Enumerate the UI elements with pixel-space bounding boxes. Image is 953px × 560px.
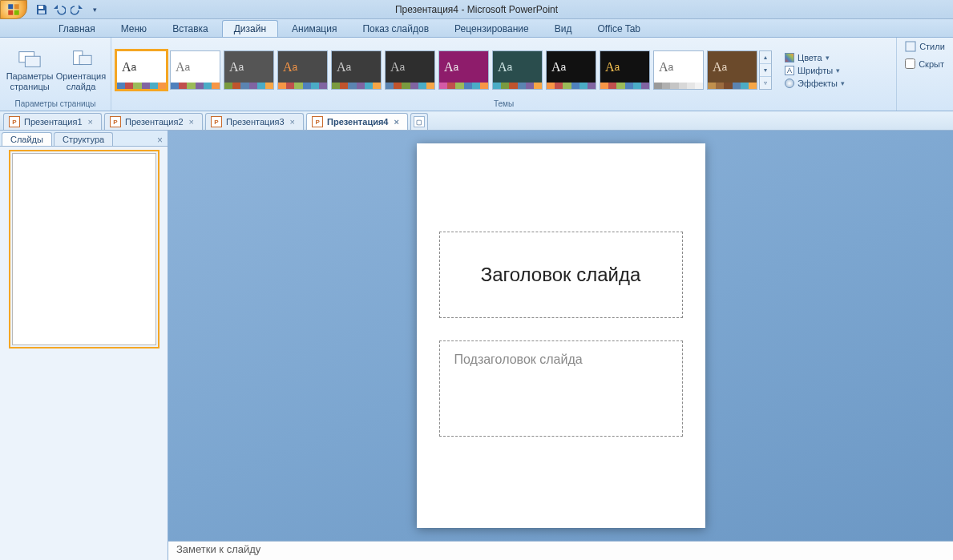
theme-black1[interactable]: Aa xyxy=(546,50,596,90)
svg-rect-9 xyxy=(79,56,91,65)
save-icon[interactable] xyxy=(35,3,48,16)
page-setup-icon xyxy=(18,49,42,70)
group-themes: AaAaAaAaAaAaAaAaAaAaAaAa ▴ ▾ ▿ Цвета A Ш… xyxy=(111,38,897,111)
title-placeholder-text: Заголовок слайда xyxy=(481,264,641,286)
slide-canvas[interactable]: Заголовок слайда Подзаголовок слайда xyxy=(417,143,705,528)
tab-outline[interactable]: Структура xyxy=(54,132,113,146)
group-themes-label: Темы xyxy=(116,99,891,109)
theme-office[interactable]: Aa xyxy=(116,50,167,90)
hide-bg-label: Скрыт xyxy=(919,59,944,69)
notes-pane[interactable]: Заметки к слайду xyxy=(168,541,953,560)
doctab-Презентация3[interactable]: PПрезентация3× xyxy=(205,113,304,130)
doctab-close-icon[interactable]: × xyxy=(289,117,297,127)
gallery-more-icon[interactable]: ▿ xyxy=(760,77,771,89)
effects-icon xyxy=(785,79,794,88)
subtitle-placeholder-text: Подзаголовок слайда xyxy=(454,353,583,366)
editor-area: Заголовок слайда Подзаголовок слайда Зам… xyxy=(168,131,953,560)
redo-icon[interactable] xyxy=(71,3,83,16)
svg-rect-7 xyxy=(25,57,40,67)
orientation-label: Ориентация слайда xyxy=(56,71,106,91)
titlebar: ▾ Презентация4 - Microsoft PowerPoint xyxy=(0,0,953,19)
background-styles-button[interactable]: Стили xyxy=(905,41,945,52)
background-styles-icon xyxy=(905,41,916,52)
tab-review[interactable]: Рецензирование xyxy=(442,20,541,37)
slide-orientation-button[interactable]: Ориентация слайда xyxy=(56,46,106,93)
hide-bg-check[interactable] xyxy=(905,58,915,69)
tab-slides[interactable]: Слайды xyxy=(2,132,52,146)
powerpoint-file-icon: P xyxy=(312,116,323,127)
colors-icon xyxy=(785,53,794,62)
doctab-new[interactable]: ▢ xyxy=(410,113,428,130)
svg-rect-10 xyxy=(906,42,915,51)
svg-rect-3 xyxy=(14,10,19,14)
theme-fonts-label: Шрифты xyxy=(798,66,833,75)
theme-dark3[interactable]: Aa xyxy=(385,50,435,90)
svg-rect-2 xyxy=(8,10,13,14)
tab-design[interactable]: Дизайн xyxy=(222,20,278,37)
qat-more-icon[interactable]: ▾ xyxy=(88,3,101,16)
subtitle-placeholder[interactable]: Подзаголовок слайда xyxy=(439,340,683,437)
theme-colors-label: Цвета xyxy=(798,53,822,62)
document-tabs: PПрезентация1×PПрезентация2×PПрезентация… xyxy=(0,111,953,131)
undo-icon[interactable] xyxy=(53,3,66,16)
doctab-close-icon[interactable]: × xyxy=(87,117,95,127)
tab-animation[interactable]: Анимация xyxy=(280,20,349,37)
theme-options: Цвета A Шрифты Эффекты xyxy=(780,50,850,91)
page-setup-button[interactable]: Параметры страницы xyxy=(5,46,55,93)
background-styles-label: Стили xyxy=(919,42,945,51)
tab-home[interactable]: Главная xyxy=(46,20,107,37)
theme-teal[interactable]: Aa xyxy=(492,50,543,90)
hide-background-checkbox[interactable]: Скрыт xyxy=(905,58,944,69)
svg-rect-1 xyxy=(14,4,19,9)
doctab-close-icon[interactable]: × xyxy=(188,117,196,127)
theme-dark1[interactable]: Aa xyxy=(224,50,274,90)
left-panel-tabs: Слайды Структура × xyxy=(0,131,168,147)
doc-name: Презентация4 xyxy=(395,4,458,15)
doctab-label: Презентация4 xyxy=(327,117,388,127)
ribbon-tabs: Главная Меню Вставка Дизайн Анимация Пок… xyxy=(0,19,953,38)
office-button[interactable] xyxy=(0,0,27,19)
gallery-up-icon[interactable]: ▴ xyxy=(760,51,771,64)
doctab-label: Презентация2 xyxy=(125,117,184,127)
tab-slideshow[interactable]: Показ слайдов xyxy=(350,20,441,37)
left-panel-close-icon[interactable]: × xyxy=(152,135,168,146)
group-page-setup: Параметры страницы Ориентация слайда Пар… xyxy=(0,38,111,111)
new-doc-icon: ▢ xyxy=(414,116,425,127)
gallery-down-icon[interactable]: ▾ xyxy=(760,64,771,77)
doctab-Презентация4[interactable]: PПрезентация4× xyxy=(306,113,408,130)
svg-rect-4 xyxy=(38,6,43,9)
title-placeholder[interactable]: Заголовок слайда xyxy=(439,232,683,318)
theme-colors-button[interactable]: Цвета xyxy=(783,52,846,63)
office-logo-icon xyxy=(6,2,21,17)
page-setup-label: Параметры страницы xyxy=(6,71,54,91)
theme-office2[interactable]: Aa xyxy=(170,50,220,90)
theme-fonts-button[interactable]: A Шрифты xyxy=(783,65,846,76)
doctab-Презентация2[interactable]: PПрезентация2× xyxy=(104,113,203,130)
doctab-close-icon[interactable]: × xyxy=(392,117,400,127)
tab-officetab[interactable]: Office Tab xyxy=(585,20,652,37)
tab-menu[interactable]: Меню xyxy=(109,20,159,37)
tab-view[interactable]: Вид xyxy=(543,20,584,37)
group-page-setup-label: Параметры страницы xyxy=(15,99,96,109)
tab-insert[interactable]: Вставка xyxy=(160,20,220,37)
slide-thumbnail-1[interactable] xyxy=(12,153,156,345)
theme-dark2[interactable]: Aa xyxy=(331,50,382,90)
doctab-label: Презентация1 xyxy=(24,117,83,127)
svg-rect-0 xyxy=(8,4,13,9)
workspace: Слайды Структура × Заголовок слайда Подз… xyxy=(0,131,953,560)
theme-effects-button[interactable]: Эффекты xyxy=(783,78,846,89)
theme-orange[interactable]: Aa xyxy=(277,50,328,90)
theme-black2[interactable]: Aa xyxy=(600,50,650,90)
group-background: Стили Скрыт xyxy=(897,38,953,111)
doctab-label: Презентация3 xyxy=(226,117,285,127)
ribbon: Параметры страницы Ориентация слайда Пар… xyxy=(0,38,953,111)
theme-effects-label: Эффекты xyxy=(798,79,838,88)
left-panel: Слайды Структура × xyxy=(0,131,168,560)
theme-gallery-nav: ▴ ▾ ▿ xyxy=(759,50,772,90)
theme-gray[interactable]: Aa xyxy=(653,50,704,90)
powerpoint-file-icon: P xyxy=(211,116,222,127)
theme-gallery: AaAaAaAaAaAaAaAaAaAaAaAa xyxy=(116,50,757,90)
theme-brown[interactable]: Aa xyxy=(707,50,757,90)
theme-magenta[interactable]: Aa xyxy=(438,50,489,90)
doctab-Презентация1[interactable]: PПрезентация1× xyxy=(3,113,102,130)
